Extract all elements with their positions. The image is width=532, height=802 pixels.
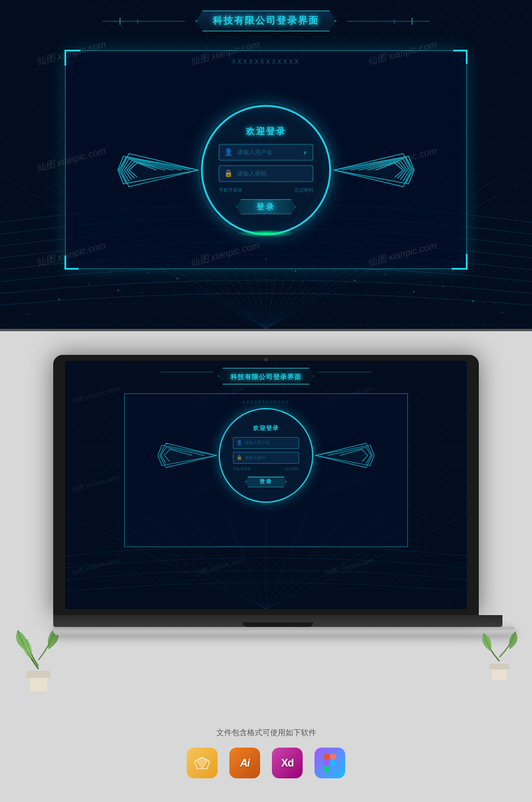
svg-line-54 [266,515,387,609]
xd-icon: Xd [272,748,303,778]
header-title: 科技有限公司登录界面 [213,15,319,25]
wings-container: /* ticks rendered below */ 欢迎登录 👤 请输入用户名… [112,105,420,235]
screen-wings-container: 欢迎登录 👤 请输入用户名 🔒 请输入密码 手机号登录 [154,408,378,503]
svg-point-27 [88,284,89,285]
screen-header-left-deco [160,368,219,376]
swm-4: 仙图 xianpic.com [70,473,120,494]
svg-point-19 [59,299,60,300]
laptop-camera [264,358,268,361]
screen-content: 仙图 xianpic.com 仙图 xianpic.com 仙图 xianpic… [65,361,467,609]
svg-line-55 [266,515,427,609]
svg-line-48 [145,515,266,609]
password-placeholder: 请输入密码 [237,170,308,178]
footer-label: 文件包含格式可使用如下软件 [216,727,316,738]
header-title-box: 科技有限公司登录界面 [196,11,336,31]
panel-dots: XXXXXXXXXXXX [232,59,300,65]
header-right-deco [335,15,430,27]
screen-username-field: 👤 请输入用户名 [233,437,299,449]
bottom-section: 仙图 xianpic.com 仙图 xianpic.com 仙图 xianpic… [0,331,532,802]
svg-line-56 [266,515,467,609]
username-field[interactable]: 👤 请输入用户名 ▼ [219,144,313,161]
laptop-container: 仙图 xianpic.com 仙图 xianpic.com 仙图 xianpic… [53,355,479,635]
screen-right-wing [313,435,378,476]
login-panel: XXXXXXXXXXXX [65,50,467,269]
svg-line-46 [65,515,266,609]
screen-header-box: 科技有限公司登录界面 [218,368,314,384]
screen-form-links: 手机号登录 忘记密码 [233,467,299,472]
screen-title: 科技有限公司登录界面 [231,373,301,380]
sketch-icon [187,748,218,778]
screen-password-text: 请输入密码 [245,455,265,461]
dropdown-arrow: ▼ [302,149,308,156]
svg-rect-43 [27,671,50,678]
laptop-screen-outer: 仙图 xianpic.com 仙图 xianpic.com 仙图 xianpic… [53,355,479,615]
username-placeholder: 请输入用户名 [237,148,302,157]
svg-point-21 [177,278,179,280]
laptop-base [53,615,502,627]
corner-bl [64,256,79,270]
left-wing [112,144,201,197]
screen-header-right-deco [313,368,372,376]
plant-right [479,625,520,684]
screen-phone-link: 手机号登录 [233,467,251,472]
right-wing [331,144,420,197]
svg-point-28 [147,272,148,273]
laptop-screen-inner: 仙图 xianpic.com 仙图 xianpic.com 仙图 xianpic… [65,361,467,609]
svg-line-53 [266,515,346,609]
footer-icons: Ai Xd [187,748,345,778]
screen-password-field: 🔒 请输入密码 [233,452,299,464]
figma-icon [314,748,345,778]
svg-point-24 [354,280,356,282]
top-header: 科技有限公司登录界面 [0,11,532,31]
screen-left-wing [154,435,219,476]
svg-point-33 [443,286,444,287]
svg-point-20 [118,290,119,292]
svg-line-47 [105,515,266,609]
lock-icon: 🔒 [224,169,233,179]
svg-rect-58 [489,664,510,670]
screen-lock-icon: 🔒 [236,455,242,460]
password-field[interactable]: 🔒 请输入密码 [219,166,313,182]
user-icon: 👤 [224,148,233,157]
svg-rect-61 [323,754,330,760]
login-button[interactable]: 登录 [236,199,296,215]
screen-username-text: 请输入用户名 [245,440,270,446]
svg-line-52 [266,515,306,609]
laptop-bottom [53,627,514,635]
footer-section: 文件包含格式可使用如下软件 Ai Xd [0,727,532,778]
circle-login-form: /* ticks rendered below */ 欢迎登录 👤 请输入用户名… [201,105,331,235]
screen-header: 科技有限公司登录界面 [65,368,467,384]
svg-point-35 [502,312,503,313]
screen-forgot-link: 忘记密码 [285,467,299,472]
svg-rect-62 [330,754,336,760]
screen-wave [65,515,467,609]
corner-tr [453,50,468,64]
svg-point-32 [384,274,385,275]
svg-line-49 [186,515,266,609]
svg-point-25 [413,291,415,293]
screen-circle-form: 欢迎登录 👤 请输入用户名 🔒 请输入密码 手机号登录 [219,408,313,503]
svg-rect-64 [323,766,330,772]
svg-point-34 [29,313,30,315]
screen-circle-title: 欢迎登录 [253,424,279,432]
top-banner: 仙图 xianpic.com 仙图 xianpic.com 仙图 xianpic… [0,0,532,331]
screen-user-icon: 👤 [236,440,242,445]
svg-point-26 [472,300,474,302]
illustrator-icon: Ai [229,748,260,778]
swm-1: 仙图 xianpic.com [70,384,120,405]
screen-panel-dots: XXXXXXXXXXXX [242,400,290,404]
svg-point-23 [295,270,297,272]
screen-login-button: 登录 [245,477,287,487]
svg-line-50 [226,515,266,609]
svg-rect-63 [323,760,330,767]
header-left-deco [102,15,197,27]
svg-point-65 [330,760,336,767]
